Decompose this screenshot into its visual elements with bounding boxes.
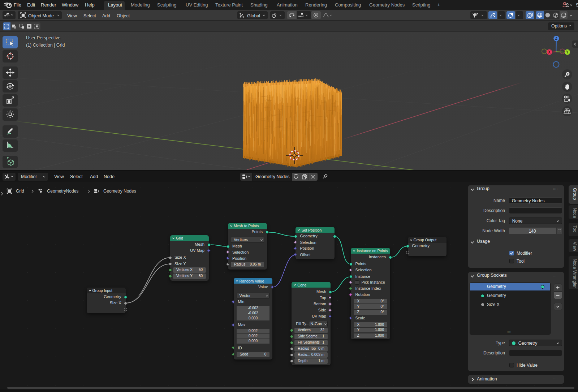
svg-text:X: X — [548, 50, 551, 54]
svg-text:Y: Y — [566, 50, 569, 54]
svg-text:Z: Z — [555, 36, 557, 40]
